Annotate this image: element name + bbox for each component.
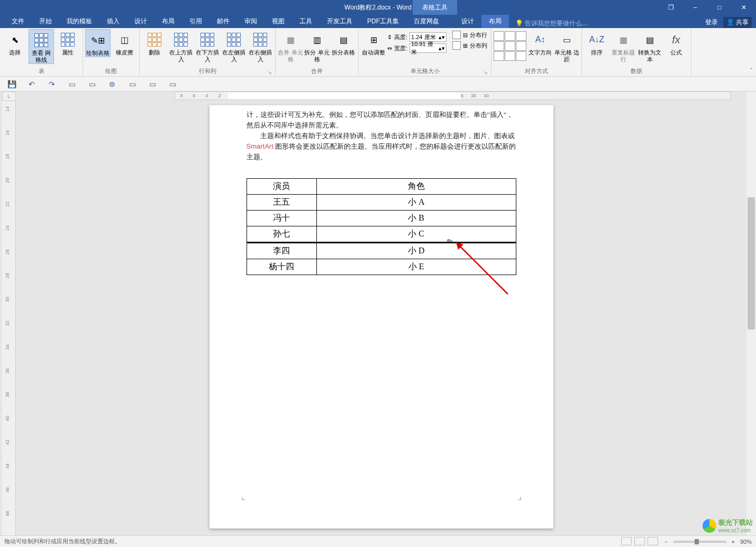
distribute-cols-button[interactable]: ⊞ 分布列	[451, 41, 489, 50]
horizontal-ruler[interactable]: 86422468101214161820222426283032363840	[175, 92, 731, 100]
view-read-mode[interactable]	[621, 537, 632, 545]
minimize-button[interactable]: –	[683, 0, 707, 15]
view-buttons	[621, 537, 659, 546]
tab-start[interactable]: 开始	[32, 15, 59, 28]
align-bl[interactable]	[494, 51, 504, 61]
group-table: ⬉选择 查看 网格线 属性 表	[0, 28, 83, 76]
tab-references[interactable]: 引用	[182, 15, 210, 28]
group-cell-size: ⊞自动调整 ⇕高度:1.24 厘米▴▾ ⇔宽度:10.91 厘米▴▾ ⊟ 分布行…	[359, 28, 491, 76]
group-merge: ▦合并 单元格 ▥拆分 单元格 ▤拆分表格 合并	[276, 28, 359, 76]
tab-pdf[interactable]: PDF工具集	[360, 15, 406, 28]
tab-table-design[interactable]: 设计	[454, 15, 481, 28]
tab-file[interactable]: 文件	[4, 15, 32, 28]
tab-tools[interactable]: 工具	[292, 15, 320, 28]
tab-view[interactable]: 视图	[265, 15, 292, 28]
collapse-ribbon-icon[interactable]: ˄	[750, 67, 753, 74]
undo-button[interactable]: ↶	[26, 79, 37, 89]
draw-table-button[interactable]: ✎⊞绘制表格	[85, 29, 111, 57]
align-ml[interactable]	[494, 41, 504, 51]
text-direction-button[interactable]: A↕文字方向	[527, 29, 553, 56]
col-width-input[interactable]: 10.91 厘米▴▾	[409, 43, 447, 53]
view-gridlines-button[interactable]: 查看 网格线	[29, 29, 54, 64]
vertical-scrollbar[interactable]	[746, 92, 756, 535]
repeat-header-button: ▦重复标题行	[611, 29, 636, 63]
table-row: 孙七小 C	[247, 226, 516, 243]
align-mr[interactable]	[516, 41, 526, 51]
delete-button[interactable]: 删除	[142, 29, 167, 56]
convert-to-text-button[interactable]: ▤转换为文本	[637, 29, 662, 63]
vertical-ruler[interactable]: 141618202224262830323436384042444648	[2, 101, 16, 535]
tell-me-input[interactable]: 💡 告诉我您想要做什么...	[515, 19, 587, 28]
tab-developer[interactable]: 开发工具	[320, 15, 360, 28]
tab-layout[interactable]: 布局	[154, 15, 182, 28]
tab-table-layout[interactable]: 布局	[481, 15, 509, 28]
qat-btn-4[interactable]: ▭	[67, 79, 77, 89]
zoom-in-button[interactable]: +	[732, 539, 735, 545]
zoom-level[interactable]: 90%	[740, 539, 752, 545]
ruler-corner[interactable]: L	[2, 92, 16, 101]
login-link[interactable]: 登录	[705, 18, 718, 27]
tab-review[interactable]: 审阅	[237, 15, 265, 28]
insert-right-button[interactable]: 在右侧插入	[248, 29, 273, 63]
ribbon-tabs: 文件 开始 我的模板 插入 设计 布局 引用 邮件 审阅 视图 工具 开发工具 …	[0, 15, 756, 28]
watermark: 极光下载站 www.xz7.com	[703, 518, 753, 533]
tab-mailings[interactable]: 邮件	[210, 15, 237, 28]
merge-cells-button: ▦合并 单元格	[278, 29, 303, 63]
align-tr[interactable]	[516, 31, 526, 41]
status-message: 拖动可绘制列和行或应用当前线型设置边框。	[4, 537, 121, 545]
tab-templates[interactable]: 我的模板	[59, 15, 99, 28]
redo-button[interactable]: ↷	[47, 79, 57, 89]
tab-insert[interactable]: 插入	[99, 15, 127, 28]
view-web-layout[interactable]	[648, 537, 658, 545]
split-cells-button[interactable]: ▥拆分 单元格	[304, 29, 330, 63]
svg-line-0	[459, 245, 508, 294]
height-icon: ⇕	[387, 34, 392, 41]
scrollbar-thumb[interactable]	[748, 197, 755, 330]
align-mc[interactable]	[505, 41, 515, 51]
maximize-button[interactable]: □	[707, 0, 732, 15]
table-header-cell: 演员	[247, 179, 316, 195]
select-button[interactable]: ⬉选择	[2, 29, 28, 56]
insert-left-button[interactable]: 在左侧插入	[221, 29, 247, 63]
paragraph-1: 计，这些设计可互为补充。例如，您可以添加匹配的封面、页眉和提要栏。单击"插入"，…	[247, 110, 516, 131]
share-button[interactable]: 👤 共享	[723, 17, 752, 28]
qat-btn-6[interactable]: ⊜	[107, 79, 117, 89]
qat-btn-7[interactable]: ▭	[127, 79, 138, 89]
split-table-button[interactable]: ▤拆分表格	[331, 29, 356, 56]
align-tl[interactable]	[494, 31, 504, 41]
insert-above-button[interactable]: 在上方插入	[168, 29, 194, 63]
save-button[interactable]: 💾	[6, 79, 17, 89]
qat-btn-9[interactable]: ▭	[167, 79, 178, 89]
distribute-rows-button[interactable]: ⊟ 分布行	[451, 30, 489, 40]
insert-below-button[interactable]: 在下方插入	[195, 29, 220, 63]
ribbon-options-icon[interactable]: ❐	[659, 0, 683, 15]
qat-btn-8[interactable]: ▭	[147, 79, 158, 89]
align-tc[interactable]	[505, 31, 515, 41]
autofit-button[interactable]: ⊞自动调整	[361, 29, 386, 56]
zoom-out-button[interactable]: −	[664, 539, 668, 545]
zoom-slider[interactable]	[673, 541, 726, 543]
document-area[interactable]: 计，这些设计可互为补充。例如，您可以添加匹配的封面、页眉和提要栏。单击"插入"，…	[16, 101, 746, 535]
align-bc[interactable]	[505, 51, 515, 61]
view-print-layout[interactable]	[634, 537, 645, 545]
crop-mark-icon: ⌞	[241, 490, 245, 502]
group-rows-cols: 删除 在上方插入 在下方插入 在左侧插入 在右侧插入 行和列↘	[140, 28, 276, 76]
properties-button[interactable]: 属性	[55, 29, 80, 56]
group-alignment: A↕文字方向 ▭单元格 边距 对齐方式	[491, 28, 582, 76]
sort-button[interactable]: A↓Z排序	[584, 29, 609, 56]
formula-button[interactable]: fx公式	[663, 29, 689, 56]
eraser-button[interactable]: ◫橡皮擦	[112, 29, 137, 56]
close-button[interactable]: ✕	[732, 0, 756, 15]
rows-cols-launcher-icon[interactable]: ↘	[268, 70, 272, 75]
qat-btn-5[interactable]: ▭	[87, 79, 97, 89]
cell-size-launcher-icon[interactable]: ↘	[484, 70, 488, 75]
tab-design[interactable]: 设计	[127, 15, 154, 28]
statusbar: 拖动可绘制列和行或应用当前线型设置边框。 − + 90%	[0, 535, 756, 547]
table-header-row: 演员 角色	[247, 179, 516, 195]
document-title: Word教程2.docx - Word	[344, 3, 412, 12]
align-br[interactable]	[516, 51, 526, 61]
cell-margins-button[interactable]: ▭单元格 边距	[554, 29, 579, 63]
table-header-cell: 角色	[316, 179, 516, 195]
tab-baidu[interactable]: 百度网盘	[406, 15, 447, 28]
group-data: A↓Z排序 ▦重复标题行 ▤转换为文本 fx公式 数据	[582, 28, 691, 76]
